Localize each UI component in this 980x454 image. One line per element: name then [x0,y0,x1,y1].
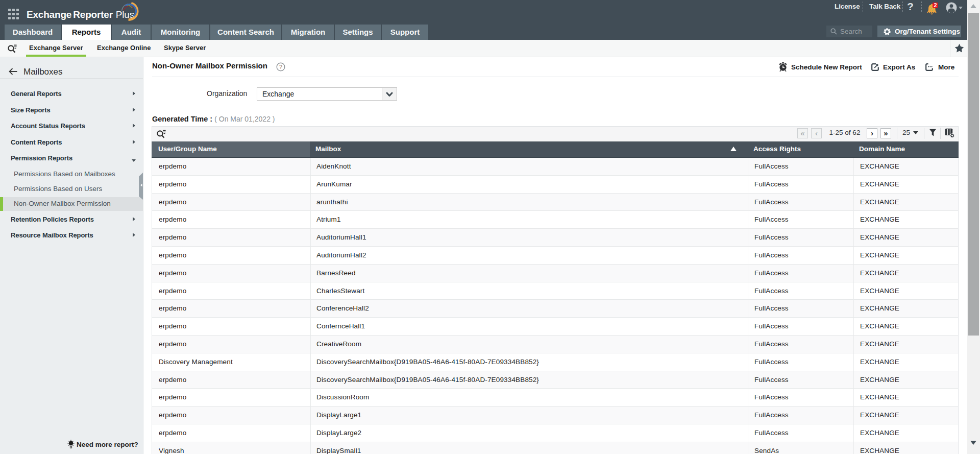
svg-text:?: ? [279,64,282,70]
svg-text:2: 2 [934,3,937,8]
